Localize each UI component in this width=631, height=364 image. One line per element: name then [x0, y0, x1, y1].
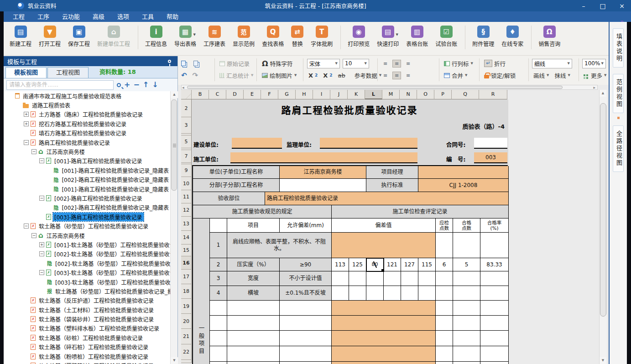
toolbar-button-test-ledger[interactable]: ☑试验台账: [432, 25, 460, 48]
item-header-cell[interactable]: 项目: [227, 218, 280, 233]
toolbar-button-export-table[interactable]: ▦导出表格▼: [171, 25, 199, 37]
tree-expander-minus-icon[interactable]: −: [24, 224, 29, 229]
menu-item-工序[interactable]: 工序: [31, 11, 56, 22]
deviation-value-cell[interactable]: 115: [418, 258, 436, 271]
select-all-corner[interactable]: [181, 90, 192, 99]
menu-item-云功能[interactable]: 云功能: [56, 11, 86, 22]
h-align-2-icon[interactable]: ≡: [404, 72, 412, 79]
tree-item[interactable]: ✗软土路基（碎石桩）工程检验批质量验收记录: [4, 343, 170, 352]
column-header-I[interactable]: I: [313, 90, 330, 99]
qualified-header-cell[interactable]: 合格点数: [453, 218, 480, 233]
tree-item[interactable]: ✗软土路基（袋装砂井）工程检验批质量验收记录: [4, 314, 170, 323]
row2-points-cell[interactable]: 6: [436, 258, 453, 271]
draw-picture-button[interactable]: 绘制图片▼: [261, 70, 298, 81]
toolbar-button-quick-print[interactable]: ▤快速打印▼: [374, 25, 402, 37]
tree-expander-minus-icon[interactable]: −: [31, 233, 37, 238]
row-header-17[interactable]: 17: [181, 270, 192, 284]
spec-header-cell[interactable]: 施工质量验收规范的规定: [193, 205, 332, 218]
deviation-value-cell[interactable]: [332, 286, 349, 301]
row3-qualified-cell[interactable]: [453, 271, 480, 286]
tree-item[interactable]: −✗[002]-软土路基（砂垫层）工程检验批质量验收记录: [4, 250, 170, 259]
row4-no-cell[interactable]: 4: [210, 286, 227, 301]
toolbar-button-sales-consult[interactable]: Ω销售咨询: [535, 25, 563, 48]
strikethrough-button[interactable]: ab: [337, 71, 347, 80]
row-col-mark-button[interactable]: 行列标▼: [443, 58, 475, 69]
row3-rate-cell[interactable]: [480, 271, 509, 286]
column-header-E[interactable]: E: [244, 90, 261, 99]
tree-scrollbar[interactable]: ▲ ▼: [170, 91, 177, 364]
deviation-value-cell[interactable]: 121: [384, 258, 401, 271]
tree-item[interactable]: 隐[003]-软土路基（砂垫层）工程检验批质量验收记录_隐藏表: [4, 277, 170, 286]
empty-table-row[interactable]: [193, 316, 509, 331]
arrow-up-icon[interactable]: ↑: [143, 81, 149, 88]
column-header-P[interactable]: P: [434, 90, 452, 99]
erase-line-button[interactable]: 抹线▼: [553, 70, 571, 81]
deviation-value-cell[interactable]: [366, 286, 384, 301]
column-header-K[interactable]: K: [348, 90, 365, 99]
column-header-D[interactable]: D: [226, 90, 244, 99]
manager-label-cell[interactable]: 项目经理: [366, 166, 418, 179]
font-size-select[interactable]: 10▼: [343, 59, 369, 68]
tree-item[interactable]: 隐[001]-路肩工程检验批质量验收记录_隐藏表: [4, 166, 170, 175]
column-header-B[interactable]: B: [192, 90, 209, 99]
close-button[interactable]: ×: [617, 2, 626, 10]
no-header-cell[interactable]: [210, 218, 227, 233]
empty-table-row[interactable]: [193, 362, 509, 364]
lock-unlock-button[interactable]: 锁定/解锁: [483, 70, 517, 81]
special-char-button[interactable]: Ω特殊字符: [261, 58, 294, 69]
row-header-19[interactable]: 19: [181, 299, 192, 314]
tree-item[interactable]: −✗[001]-路肩工程检验批质量验收记录: [4, 156, 170, 166]
row-header-13[interactable]: 13: [181, 217, 192, 231]
toolbar-button-open-project[interactable]: ▼打开工程: [36, 25, 64, 48]
search-icon[interactable]: [117, 83, 121, 87]
tree-item[interactable]: −✗[002]-路肩工程检验批质量验收记录: [4, 193, 170, 203]
menu-item-选项[interactable]: 选项: [111, 11, 136, 22]
column-header-F[interactable]: F: [261, 90, 278, 99]
row-header-2[interactable]: 2: [181, 99, 192, 117]
tree-item[interactable]: ✗软土路基（土工材料）工程检验批质量验收记录: [4, 305, 170, 314]
tree-expander-plus-icon[interactable]: +: [24, 121, 29, 126]
tree-item[interactable]: +✗挖石方路基工程检验批质量验收记录: [4, 119, 170, 128]
row2-tolerance-cell[interactable]: ≥90: [280, 258, 332, 271]
arrow-down-icon[interactable]: ↓: [152, 81, 158, 88]
tab-template-view[interactable]: 模板视图: [5, 67, 47, 78]
minimize-button[interactable]: –: [579, 2, 588, 10]
division-value-cell[interactable]: [280, 179, 366, 192]
row1-deviation-cell[interactable]: [332, 233, 436, 258]
empty-table-row[interactable]: [193, 331, 509, 346]
tree-item[interactable]: −⌂江苏南京商务楼: [4, 231, 170, 240]
standard-value-cell[interactable]: CJJ 1-2008: [418, 179, 509, 192]
maximize-button[interactable]: □: [598, 2, 607, 10]
zoom-select[interactable]: 100%▼: [582, 59, 606, 68]
expand-icon[interactable]: +: [124, 81, 130, 88]
deviation-value-cell[interactable]: [384, 286, 401, 301]
row1-rate-cell[interactable]: [480, 233, 509, 258]
tab-project-view[interactable]: 工程视图: [47, 67, 89, 78]
row1-no-cell[interactable]: 1: [210, 233, 227, 258]
menu-item-帮助[interactable]: 帮助: [160, 11, 185, 22]
tree-expander-minus-icon[interactable]: −: [24, 140, 29, 145]
row4-qualified-cell[interactable]: [453, 286, 480, 301]
tolerance-header-cell[interactable]: 允许偏差(mm): [280, 218, 332, 233]
toolbar-button-online-expert[interactable]: ♦在线专家: [498, 25, 527, 48]
row3-item-cell[interactable]: 宽度: [227, 271, 280, 286]
scroll-right-icon[interactable]: ▶: [593, 85, 595, 89]
column-header-L[interactable]: L: [365, 90, 382, 99]
tree-expander-minus-icon[interactable]: −: [39, 196, 44, 201]
toolbar-button-project-info[interactable]: i工程信息: [142, 25, 170, 48]
h-align-1-icon[interactable]: ≡: [392, 72, 401, 79]
row-header-7[interactable]: 7: [181, 150, 192, 163]
right-tab-范例视图[interactable]: 范例视图: [613, 74, 624, 113]
reference-data-button[interactable]: 参考数据▼: [353, 70, 383, 81]
h-align-0-icon[interactable]: ≡: [381, 72, 390, 79]
tree-item[interactable]: ✗填石方路基工程检验批质量验收记录: [4, 129, 170, 138]
row2-no-cell[interactable]: 2: [210, 258, 227, 271]
menu-item-高级[interactable]: 高级: [86, 11, 111, 22]
tree-item[interactable]: 隐[001]-路肩工程检验批质量验收记录_隐藏表: [4, 184, 170, 193]
scroll-left-icon[interactable]: ◀: [182, 85, 184, 89]
deviation-value-cell[interactable]: [366, 271, 384, 286]
deviation-header-cell[interactable]: 偏差值: [332, 218, 436, 233]
row-header-9[interactable]: 9: [181, 164, 192, 177]
toolbar-button-attachment-manager[interactable]: §附件管理: [469, 25, 497, 48]
row-header-14[interactable]: 14: [181, 231, 192, 244]
